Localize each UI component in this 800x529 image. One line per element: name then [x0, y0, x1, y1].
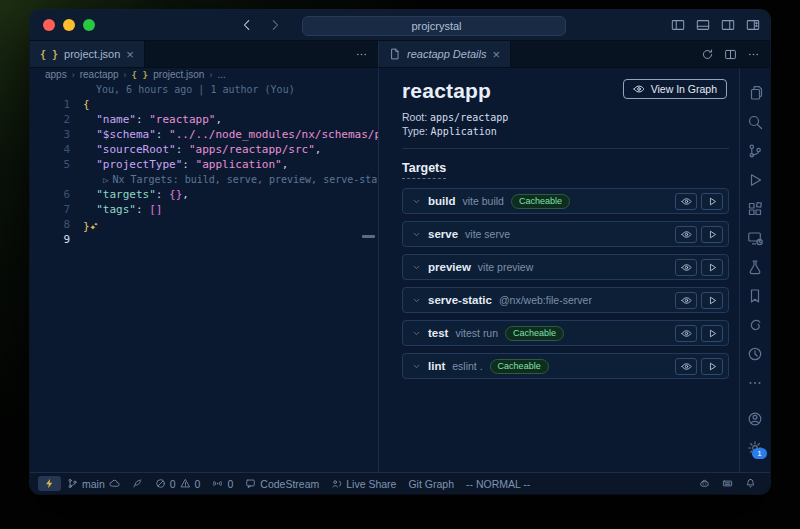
- code-line[interactable]: 9: [30, 232, 378, 247]
- chevron-down-icon[interactable]: [412, 197, 421, 206]
- more-actions-icon[interactable]: [747, 48, 760, 61]
- status-git-graph[interactable]: Git Graph: [402, 473, 460, 494]
- view-target-button[interactable]: [675, 358, 697, 375]
- code-line[interactable]: 5 "projectType": "application",: [30, 157, 378, 172]
- activity-run-debug[interactable]: [740, 165, 770, 194]
- code-editor[interactable]: You, 6 hours ago | 1 author (You)1{2 "na…: [30, 81, 378, 472]
- activity-more[interactable]: [740, 368, 770, 397]
- status-label: Git Graph: [408, 478, 454, 490]
- activity-history[interactable]: [740, 339, 770, 368]
- status-bar: main000CodeStreamLive ShareGit Graph-- N…: [30, 472, 770, 494]
- target-row-lint[interactable]: linteslint .Cacheable: [402, 353, 729, 379]
- status-label: 0: [227, 478, 233, 490]
- chevron-down-icon[interactable]: [412, 230, 421, 239]
- code-line[interactable]: 1{: [30, 97, 378, 112]
- target-command: @nx/web:file-server: [499, 294, 592, 306]
- target-name: build: [428, 195, 455, 207]
- token: :: [136, 203, 149, 216]
- status-codestream[interactable]: CodeStream: [239, 473, 325, 494]
- layout-sidebar-right-icon[interactable]: [721, 18, 735, 32]
- breadcrumb-item[interactable]: { } project.json: [132, 69, 205, 80]
- target-command: vite serve: [465, 228, 510, 240]
- close-tab-icon[interactable]: ×: [126, 48, 134, 61]
- close-window-button[interactable]: [43, 19, 55, 31]
- chevron-down-icon[interactable]: [412, 263, 421, 272]
- code-line[interactable]: 4 "sourceRoot": "apps/reactapp/src",: [30, 142, 378, 157]
- activity-search[interactable]: [740, 107, 770, 136]
- layout-panel-icon[interactable]: [696, 18, 710, 32]
- refresh-icon[interactable]: [701, 48, 714, 61]
- run-target-button[interactable]: [701, 193, 723, 210]
- view-in-graph-button[interactable]: View In Graph: [623, 79, 727, 99]
- code-line[interactable]: You, 6 hours ago | 1 author (You): [30, 82, 378, 97]
- view-target-button[interactable]: [675, 325, 697, 342]
- code-line[interactable]: 2 "name": "reactapp",: [30, 112, 378, 127]
- activity-testing[interactable]: [740, 252, 770, 281]
- layout-sidebar-left-icon[interactable]: [671, 18, 685, 32]
- status-problems[interactable]: 00: [149, 473, 207, 494]
- run-target-button[interactable]: [701, 259, 723, 276]
- target-actions: [675, 226, 723, 243]
- chevron-down-icon[interactable]: [412, 296, 421, 305]
- target-row-serve[interactable]: servevite serve: [402, 221, 729, 247]
- status-live-share[interactable]: Live Share: [325, 473, 402, 494]
- activity-bookmarks[interactable]: [740, 281, 770, 310]
- target-row-build[interactable]: buildvite buildCacheable: [402, 188, 729, 214]
- token: [83, 143, 96, 156]
- view-target-button[interactable]: [675, 226, 697, 243]
- back-icon[interactable]: [240, 18, 254, 32]
- token: "targets": [96, 188, 156, 201]
- window-controls: [30, 19, 95, 31]
- activity-copilot[interactable]: [740, 310, 770, 339]
- status-remote-indicator[interactable]: [38, 476, 61, 491]
- activity-explorer[interactable]: [740, 78, 770, 107]
- breadcrumb-item[interactable]: ...: [217, 69, 225, 80]
- minimize-window-button[interactable]: [63, 19, 75, 31]
- view-target-button[interactable]: [675, 259, 697, 276]
- breadcrumb-item[interactable]: apps: [45, 69, 67, 80]
- token: ,: [315, 143, 322, 156]
- activity-extensions[interactable]: [740, 194, 770, 223]
- code-line[interactable]: 8}✦✦: [30, 217, 378, 232]
- code-line[interactable]: 6 "targets": {},: [30, 187, 378, 202]
- code-line[interactable]: 3 "$schema": "../../node_modules/nx/sche…: [30, 127, 378, 142]
- chevron-down-icon[interactable]: [412, 362, 421, 371]
- target-command: vitest run: [455, 327, 498, 339]
- breadcrumb-item[interactable]: reactapp: [80, 69, 119, 80]
- status-git-branch[interactable]: main: [61, 473, 126, 494]
- run-target-button[interactable]: [701, 226, 723, 243]
- status-copilot-status[interactable]: [693, 478, 716, 489]
- project-meta: Root: apps/reactapp Type: Application: [402, 111, 729, 138]
- nx-codelens[interactable]: ▷Nx Targets: build, serve, preview, serv…: [83, 172, 378, 187]
- tab-reactapp-details[interactable]: reactapp Details ×: [379, 41, 511, 67]
- run-target-button[interactable]: [701, 358, 723, 375]
- status-vim-mode[interactable]: -- NORMAL --: [460, 473, 536, 494]
- target-row-test[interactable]: testvitest runCacheable: [402, 320, 729, 346]
- view-target-button[interactable]: [675, 292, 697, 309]
- run-target-button[interactable]: [701, 292, 723, 309]
- status-ports[interactable]: 0: [206, 473, 239, 494]
- status-keyboard-status[interactable]: [716, 478, 739, 489]
- activity-remote-explorer[interactable]: [740, 223, 770, 252]
- view-target-button[interactable]: [675, 193, 697, 210]
- run-target-button[interactable]: [701, 325, 723, 342]
- target-row-preview[interactable]: previewvite preview: [402, 254, 729, 280]
- chevron-down-icon[interactable]: [412, 329, 421, 338]
- maximize-window-button[interactable]: [83, 19, 95, 31]
- activity-source-control[interactable]: [740, 136, 770, 165]
- status-gitlens-status[interactable]: [126, 473, 149, 494]
- tab-project-json[interactable]: { } project.json ×: [30, 41, 145, 67]
- activity-account[interactable]: [740, 404, 770, 433]
- sparkle-icon[interactable]: ✦✦: [90, 221, 96, 232]
- status-notifications[interactable]: [739, 478, 762, 489]
- command-center-search[interactable]: projcrystal: [302, 16, 566, 36]
- split-editor-icon[interactable]: [724, 48, 737, 61]
- activity-settings-gear[interactable]: 1: [740, 433, 770, 462]
- forward-icon[interactable]: [268, 18, 282, 32]
- target-row-serve-static[interactable]: serve-static@nx/web:file-server: [402, 287, 729, 313]
- code-line[interactable]: ▷Nx Targets: build, serve, preview, serv…: [30, 172, 378, 187]
- more-actions-icon[interactable]: [355, 48, 368, 61]
- close-tab-icon[interactable]: ×: [493, 48, 501, 61]
- code-line[interactable]: 7 "tags": []: [30, 202, 378, 217]
- layout-customize-icon[interactable]: [746, 18, 760, 32]
